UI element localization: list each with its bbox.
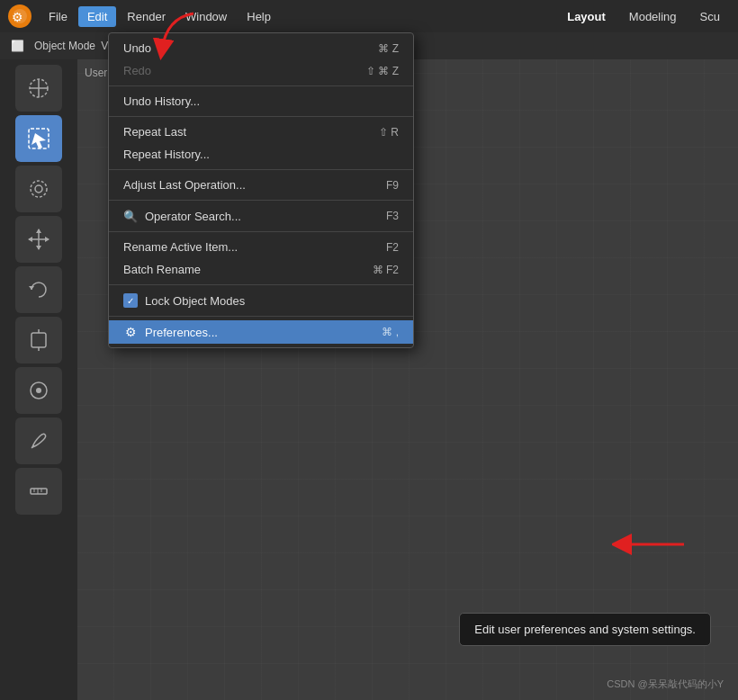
menu-file[interactable]: File (40, 6, 76, 27)
menu-undo[interactable]: Undo ⌘ Z (109, 37, 413, 59)
left-sidebar (0, 59, 77, 700)
separator-5 (109, 231, 413, 232)
svg-marker-13 (36, 246, 41, 250)
svg-point-21 (36, 388, 41, 393)
svg-marker-14 (28, 237, 32, 242)
blender-logo[interactable]: ⚙ (7, 4, 32, 29)
svg-point-9 (35, 185, 42, 193)
tab-sculpt[interactable]: Scu (689, 6, 731, 27)
search-icon: 🔍 (123, 209, 138, 223)
tool-origin[interactable] (15, 367, 62, 414)
separator-7 (109, 316, 413, 317)
menu-undo-history[interactable]: Undo History... (109, 90, 413, 112)
separator-3 (109, 169, 413, 170)
menu-render[interactable]: Render (118, 6, 175, 27)
svg-text:⚙: ⚙ (12, 10, 23, 24)
top-menubar: ⚙ File Edit Render Window Help Layout Mo… (0, 0, 738, 32)
object-mode-label: Object Mode (34, 40, 95, 52)
tool-cursor[interactable] (15, 65, 62, 112)
separator-1 (109, 85, 413, 86)
separator-2 (109, 116, 413, 117)
svg-rect-17 (32, 333, 46, 347)
preferences-gear-icon: ⚙ (123, 325, 138, 339)
svg-point-8 (31, 181, 47, 197)
edit-dropdown-menu: Undo ⌘ Z Redo ⇧ ⌘ Z Undo History... Repe… (108, 32, 414, 348)
menu-batch-rename[interactable]: Batch Rename ⌘ F2 (109, 258, 413, 281)
tool-transform[interactable] (15, 317, 62, 363)
svg-marker-16 (29, 286, 34, 290)
tooltip: Edit user preferences and system setting… (459, 613, 711, 646)
svg-marker-12 (36, 229, 41, 233)
menu-operator-search[interactable]: 🔍 Operator Search... F3 (109, 204, 413, 228)
menu-edit[interactable]: Edit (78, 6, 116, 27)
menu-repeat-history[interactable]: Repeat History... (109, 143, 413, 166)
menu-preferences[interactable]: ⚙ Preferences... ⌘ , (109, 320, 413, 344)
tool-measure[interactable] (15, 468, 62, 515)
workspace-tabs: Layout Modeling Scu (549, 0, 738, 32)
object-mode-icon[interactable]: ⬜ (7, 36, 27, 56)
separator-4 (109, 200, 413, 201)
menu-rename-active[interactable]: Rename Active Item... F2 (109, 236, 413, 258)
tab-layout[interactable]: Layout (556, 6, 616, 27)
menu-redo: Redo ⇧ ⌘ Z (109, 59, 413, 82)
separator-6 (109, 284, 413, 285)
svg-rect-23 (31, 489, 47, 494)
lock-modes-checkbox[interactable]: ✓ (123, 293, 138, 308)
tool-select[interactable] (15, 115, 62, 162)
svg-marker-7 (32, 133, 46, 148)
tool-rotate[interactable] (15, 266, 62, 313)
menu-window[interactable]: Window (176, 6, 236, 27)
tool-move[interactable] (15, 216, 62, 263)
tooltip-text: Edit user preferences and system setting… (474, 623, 696, 636)
tool-lasso[interactable] (15, 166, 62, 212)
svg-marker-15 (45, 237, 50, 242)
svg-line-22 (32, 445, 34, 448)
menu-help[interactable]: Help (238, 6, 280, 27)
tab-modeling[interactable]: Modeling (618, 6, 688, 27)
tool-annotate[interactable] (15, 417, 62, 464)
watermark: CSDN @呆呆敲代码的小Y (607, 678, 724, 691)
menu-adjust-last[interactable]: Adjust Last Operation... F9 (109, 174, 413, 196)
menu-lock-object-modes[interactable]: ✓ Lock Object Modes (109, 289, 413, 312)
menu-repeat-last[interactable]: Repeat Last ⇧ R (109, 121, 413, 143)
